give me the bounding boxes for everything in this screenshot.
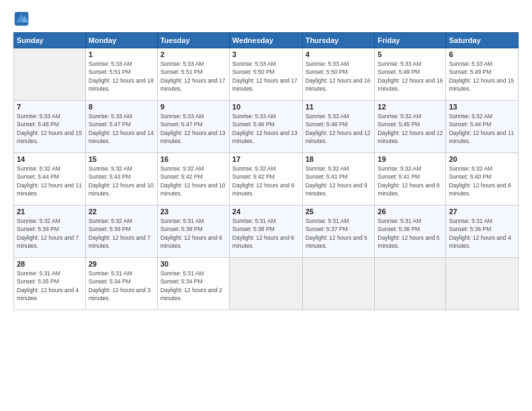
calendar-cell [302, 258, 375, 310]
day-number: 25 [306, 208, 372, 216]
day-info: Sunrise: 5:33 AMSunset: 5:46 PMDaylight:… [306, 112, 372, 145]
day-number: 1 [89, 50, 154, 58]
weekday-header: Tuesday [157, 33, 229, 48]
day-number: 14 [17, 155, 83, 163]
day-info: Sunrise: 5:33 AMSunset: 5:50 PMDaylight:… [306, 60, 372, 93]
day-number: 10 [232, 103, 300, 111]
day-info: Sunrise: 5:32 AMSunset: 5:45 PMDaylight:… [378, 112, 443, 145]
day-number: 24 [232, 208, 300, 216]
day-info: Sunrise: 5:32 AMSunset: 5:44 PMDaylight:… [17, 165, 83, 197]
day-number: 19 [378, 155, 443, 163]
day-number: 6 [449, 50, 515, 58]
calendar-cell: 18Sunrise: 5:32 AMSunset: 5:41 PMDayligh… [302, 153, 375, 205]
day-info: Sunrise: 5:33 AMSunset: 5:49 PMDaylight:… [449, 60, 515, 93]
calendar-cell [14, 48, 86, 101]
day-info: Sunrise: 5:33 AMSunset: 5:50 PMDaylight:… [232, 60, 300, 93]
day-info: Sunrise: 5:32 AMSunset: 5:40 PMDaylight:… [449, 165, 515, 197]
calendar-week-row: 7Sunrise: 5:33 AMSunset: 5:48 PMDaylight… [14, 101, 519, 153]
calendar-cell: 14Sunrise: 5:32 AMSunset: 5:44 PMDayligh… [14, 153, 86, 205]
calendar-cell: 8Sunrise: 5:33 AMSunset: 5:47 PMDaylight… [85, 101, 157, 153]
calendar-cell: 25Sunrise: 5:31 AMSunset: 5:37 PMDayligh… [302, 205, 375, 258]
calendar-cell [375, 258, 446, 310]
calendar-cell: 26Sunrise: 5:31 AMSunset: 5:36 PMDayligh… [375, 205, 446, 258]
calendar-cell: 13Sunrise: 5:32 AMSunset: 5:44 PMDayligh… [446, 101, 519, 153]
calendar-cell: 11Sunrise: 5:33 AMSunset: 5:46 PMDayligh… [302, 101, 375, 153]
calendar-cell: 3Sunrise: 5:33 AMSunset: 5:50 PMDaylight… [229, 48, 302, 101]
day-number: 2 [161, 50, 226, 58]
day-number: 21 [17, 208, 83, 216]
calendar-cell: 7Sunrise: 5:33 AMSunset: 5:48 PMDaylight… [14, 101, 86, 153]
calendar-week-row: 21Sunrise: 5:32 AMSunset: 5:39 PMDayligh… [14, 205, 519, 258]
calendar-cell: 6Sunrise: 5:33 AMSunset: 5:49 PMDaylight… [446, 48, 519, 101]
calendar-cell: 1Sunrise: 5:33 AMSunset: 5:51 PMDaylight… [85, 48, 157, 101]
day-info: Sunrise: 5:33 AMSunset: 5:47 PMDaylight:… [161, 112, 226, 145]
page-header [13, 11, 519, 27]
calendar-cell: 22Sunrise: 5:32 AMSunset: 5:39 PMDayligh… [85, 205, 157, 258]
day-number: 26 [378, 208, 443, 216]
calendar-cell: 17Sunrise: 5:32 AMSunset: 5:42 PMDayligh… [229, 153, 302, 205]
weekday-header: Saturday [446, 33, 519, 48]
calendar-cell [446, 258, 519, 310]
calendar-cell: 19Sunrise: 5:32 AMSunset: 5:41 PMDayligh… [375, 153, 446, 205]
weekday-header: Thursday [302, 33, 375, 48]
day-number: 12 [378, 103, 443, 111]
calendar-table: SundayMondayTuesdayWednesdayThursdayFrid… [13, 32, 519, 310]
day-number: 18 [306, 155, 372, 163]
day-info: Sunrise: 5:31 AMSunset: 5:37 PMDaylight:… [306, 217, 372, 250]
calendar-cell: 12Sunrise: 5:32 AMSunset: 5:45 PMDayligh… [375, 101, 446, 153]
day-number: 30 [161, 260, 226, 268]
day-info: Sunrise: 5:32 AMSunset: 5:42 PMDaylight:… [161, 165, 226, 197]
calendar-cell: 2Sunrise: 5:33 AMSunset: 5:51 PMDaylight… [157, 48, 229, 101]
day-info: Sunrise: 5:33 AMSunset: 5:48 PMDaylight:… [17, 112, 83, 145]
calendar-cell [229, 258, 302, 310]
day-number: 13 [449, 103, 515, 111]
calendar-cell: 27Sunrise: 5:31 AMSunset: 5:36 PMDayligh… [446, 205, 519, 258]
weekday-header: Sunday [14, 33, 86, 48]
calendar-cell: 10Sunrise: 5:33 AMSunset: 5:46 PMDayligh… [229, 101, 302, 153]
day-info: Sunrise: 5:31 AMSunset: 5:38 PMDaylight:… [161, 217, 226, 250]
day-number: 8 [89, 103, 154, 111]
day-info: Sunrise: 5:32 AMSunset: 5:39 PMDaylight:… [89, 217, 154, 250]
day-info: Sunrise: 5:33 AMSunset: 5:51 PMDaylight:… [161, 60, 226, 93]
day-info: Sunrise: 5:31 AMSunset: 5:35 PMDaylight:… [17, 269, 83, 302]
calendar-page: SundayMondayTuesdayWednesdayThursdayFrid… [0, 0, 532, 411]
day-number: 17 [232, 155, 300, 163]
calendar-cell: 15Sunrise: 5:32 AMSunset: 5:43 PMDayligh… [85, 153, 157, 205]
calendar-cell: 4Sunrise: 5:33 AMSunset: 5:50 PMDaylight… [302, 48, 375, 101]
day-number: 5 [378, 50, 443, 58]
day-info: Sunrise: 5:31 AMSunset: 5:36 PMDaylight:… [378, 217, 443, 250]
calendar-cell: 16Sunrise: 5:32 AMSunset: 5:42 PMDayligh… [157, 153, 229, 205]
logo [13, 11, 32, 27]
day-number: 3 [232, 50, 300, 58]
calendar-week-row: 14Sunrise: 5:32 AMSunset: 5:44 PMDayligh… [14, 153, 519, 205]
day-number: 4 [306, 50, 372, 58]
day-info: Sunrise: 5:32 AMSunset: 5:39 PMDaylight:… [17, 217, 83, 250]
day-number: 27 [449, 208, 515, 216]
calendar-cell: 20Sunrise: 5:32 AMSunset: 5:40 PMDayligh… [446, 153, 519, 205]
calendar-week-row: 28Sunrise: 5:31 AMSunset: 5:35 PMDayligh… [14, 258, 519, 310]
day-number: 9 [161, 103, 226, 111]
day-info: Sunrise: 5:31 AMSunset: 5:38 PMDaylight:… [232, 217, 300, 250]
day-info: Sunrise: 5:31 AMSunset: 5:34 PMDaylight:… [89, 269, 154, 302]
day-number: 23 [161, 208, 226, 216]
day-info: Sunrise: 5:33 AMSunset: 5:51 PMDaylight:… [89, 60, 154, 93]
logo-icon [13, 11, 30, 27]
weekday-header: Friday [375, 33, 446, 48]
calendar-cell: 21Sunrise: 5:32 AMSunset: 5:39 PMDayligh… [14, 205, 86, 258]
day-number: 7 [17, 103, 83, 111]
day-number: 20 [449, 155, 515, 163]
weekday-header: Monday [85, 33, 157, 48]
calendar-cell: 5Sunrise: 5:33 AMSunset: 5:49 PMDaylight… [375, 48, 446, 101]
calendar-cell: 29Sunrise: 5:31 AMSunset: 5:34 PMDayligh… [85, 258, 157, 310]
weekday-header: Wednesday [229, 33, 302, 48]
day-number: 29 [89, 260, 154, 268]
weekday-header-row: SundayMondayTuesdayWednesdayThursdayFrid… [14, 33, 519, 48]
calendar-cell: 24Sunrise: 5:31 AMSunset: 5:38 PMDayligh… [229, 205, 302, 258]
day-info: Sunrise: 5:32 AMSunset: 5:41 PMDaylight:… [306, 165, 372, 197]
day-info: Sunrise: 5:33 AMSunset: 5:46 PMDaylight:… [232, 112, 300, 145]
calendar-week-row: 1Sunrise: 5:33 AMSunset: 5:51 PMDaylight… [14, 48, 519, 101]
day-number: 16 [161, 155, 226, 163]
day-info: Sunrise: 5:31 AMSunset: 5:36 PMDaylight:… [449, 217, 515, 250]
day-info: Sunrise: 5:33 AMSunset: 5:47 PMDaylight:… [89, 112, 154, 145]
day-info: Sunrise: 5:32 AMSunset: 5:42 PMDaylight:… [232, 165, 300, 197]
